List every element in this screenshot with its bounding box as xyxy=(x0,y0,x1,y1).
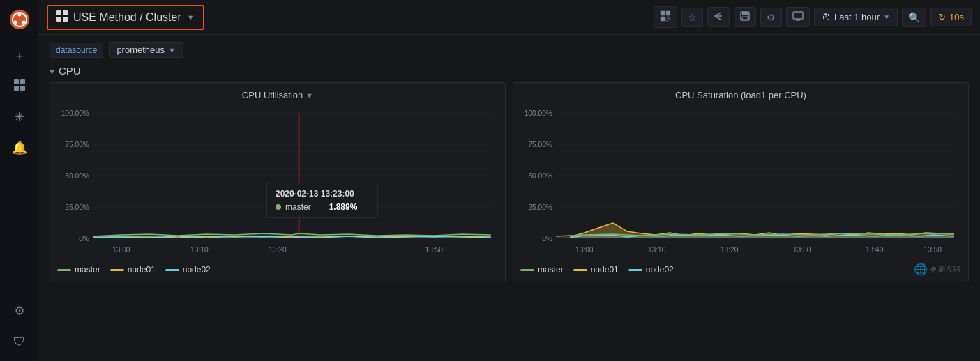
time-range-arrow: ▼ xyxy=(883,13,890,21)
clock-icon: ⏱ xyxy=(822,12,831,22)
legend2-label-master: master xyxy=(538,265,564,275)
sidebar-item-alerts[interactable]: 🔔 xyxy=(0,134,38,162)
legend2-line-master xyxy=(520,269,534,271)
add-panel-button[interactable]: + xyxy=(654,6,677,28)
legend-item-master: master xyxy=(57,265,100,275)
refresh-rate-label: 10s xyxy=(949,12,964,22)
settings-icon: ⚙ xyxy=(767,12,776,23)
legend-item-node02: node02 xyxy=(165,265,211,275)
legend2-item-node02: node02 xyxy=(628,265,674,275)
watermark: 🌐 创新互联 xyxy=(914,263,961,276)
tv-icon xyxy=(792,11,804,23)
legend-label-node01: node01 xyxy=(128,265,156,275)
legend2-item-master: master xyxy=(520,265,564,275)
svg-rect-12 xyxy=(63,17,68,22)
svg-point-2 xyxy=(17,13,21,17)
legend2-line-node02 xyxy=(628,269,642,271)
search-button[interactable]: 🔍 xyxy=(902,8,926,27)
watermark-icon: 🌐 xyxy=(914,263,928,276)
share-button[interactable] xyxy=(707,7,730,27)
save-button[interactable] xyxy=(734,7,756,27)
svg-text:13:00: 13:00 xyxy=(112,246,130,254)
sidebar-item-dashboard[interactable] xyxy=(0,72,38,100)
datasource-select[interactable]: prometheus ▼ xyxy=(109,42,183,58)
content-area: datasource prometheus ▼ ▾ CPU CPU Utilis… xyxy=(38,35,980,361)
chart2-legend: master node01 node02 xyxy=(520,262,961,275)
charts-row: CPU Utilisation ▼ 100.00% 75.00% xyxy=(50,82,969,282)
svg-text:25.00%: 25.00% xyxy=(65,203,89,211)
chart1-arrow[interactable]: ▼ xyxy=(306,91,313,100)
legend-item-node01: node01 xyxy=(110,265,156,275)
refresh-button[interactable]: ↻ 10s xyxy=(930,8,972,26)
datasource-arrow: ▼ xyxy=(168,46,176,54)
legend-line-node01 xyxy=(110,269,124,271)
cpu-section-label: CPU xyxy=(59,65,81,77)
bell-icon: 🔔 xyxy=(12,140,27,155)
header-left: USE Method / Cluster ▼ xyxy=(47,5,204,30)
sidebar-item-shield[interactable]: 🛡 xyxy=(0,328,38,355)
add-panel-icon: + xyxy=(660,10,671,24)
cpu-saturation-title: CPU Saturation (load1 per CPU) xyxy=(520,90,961,100)
cpu-utilisation-panel: CPU Utilisation ▼ 100.00% 75.00% xyxy=(50,82,506,282)
save-icon xyxy=(740,11,750,23)
sidebar-item-add[interactable]: ＋ xyxy=(0,42,38,70)
sidebar-item-explore[interactable]: ✳ xyxy=(0,103,38,131)
chart1-legend: master node01 node02 xyxy=(57,262,498,275)
grafana-logo[interactable] xyxy=(6,6,33,33)
legend-label-master: master xyxy=(75,265,100,275)
svg-rect-13 xyxy=(661,11,665,15)
section-chevron-icon[interactable]: ▾ xyxy=(50,66,54,77)
legend2-line-node01 xyxy=(573,269,587,271)
settings-button[interactable]: ⚙ xyxy=(760,8,782,27)
dashboard-title-button[interactable]: USE Method / Cluster ▼ xyxy=(47,5,204,30)
svg-rect-22 xyxy=(793,12,803,19)
legend-line-node02 xyxy=(165,269,179,271)
sidebar-item-settings[interactable]: ⚙ xyxy=(0,297,38,325)
svg-text:100.00%: 100.00% xyxy=(525,109,552,117)
grid-icon xyxy=(56,10,68,24)
watermark-text: 创新互联 xyxy=(930,264,961,275)
svg-text:13:20: 13:20 xyxy=(721,246,739,254)
cpu-saturation-panel: CPU Saturation (load1 per CPU) 100.00% 7… xyxy=(513,82,969,282)
legend2-label-node01: node01 xyxy=(591,265,619,275)
svg-text:100.00%: 100.00% xyxy=(61,109,89,117)
legend-label-node02: node02 xyxy=(183,265,211,275)
refresh-icon: ↻ xyxy=(938,12,946,22)
cpu-section-header: ▾ CPU xyxy=(50,65,969,77)
svg-text:75.00%: 75.00% xyxy=(65,141,89,148)
svg-rect-5 xyxy=(14,79,19,84)
datasource-row: datasource prometheus ▼ xyxy=(50,42,969,58)
cpu-saturation-chart: 100.00% 75.00% 50.00% 25.00% 0% 13:00 13… xyxy=(520,106,961,259)
svg-text:13:20: 13:20 xyxy=(269,246,287,254)
svg-text:0%: 0% xyxy=(542,235,552,243)
svg-point-3 xyxy=(22,21,25,24)
svg-rect-14 xyxy=(666,11,670,15)
star-button[interactable]: ☆ xyxy=(681,8,703,27)
svg-rect-7 xyxy=(14,86,19,91)
add-icon: ＋ xyxy=(13,47,26,64)
main-area: USE Method / Cluster ▼ + ☆ xyxy=(38,0,980,361)
svg-point-4 xyxy=(13,21,17,24)
legend2-item-node01: node01 xyxy=(573,265,619,275)
svg-rect-11 xyxy=(56,17,61,22)
datasource-label: datasource xyxy=(50,43,103,58)
svg-text:50.00%: 50.00% xyxy=(528,172,552,180)
header-right: + ☆ xyxy=(654,6,972,28)
star-icon: ☆ xyxy=(688,12,697,23)
svg-text:+: + xyxy=(667,15,670,22)
svg-text:13:50: 13:50 xyxy=(924,246,942,254)
svg-text:25.00%: 25.00% xyxy=(528,203,552,211)
svg-text:50.00%: 50.00% xyxy=(65,172,89,180)
svg-text:13:00: 13:00 xyxy=(575,246,594,254)
time-range-label: Last 1 hour xyxy=(834,12,880,22)
cpu-utilisation-chart: 100.00% 75.00% 50.00% 25.00% 0% 13:00 13… xyxy=(57,106,498,259)
datasource-value: prometheus xyxy=(116,45,165,55)
svg-text:13:40: 13:40 xyxy=(866,246,884,254)
svg-text:0%: 0% xyxy=(79,235,89,243)
tv-mode-button[interactable] xyxy=(786,7,810,27)
dashboard-icon xyxy=(13,79,26,95)
header: USE Method / Cluster ▼ + ☆ xyxy=(38,0,980,35)
search-icon: 🔍 xyxy=(908,12,920,23)
time-range-button[interactable]: ⏱ Last 1 hour ▼ xyxy=(814,8,898,26)
dashboard-title: USE Method / Cluster xyxy=(73,11,181,24)
